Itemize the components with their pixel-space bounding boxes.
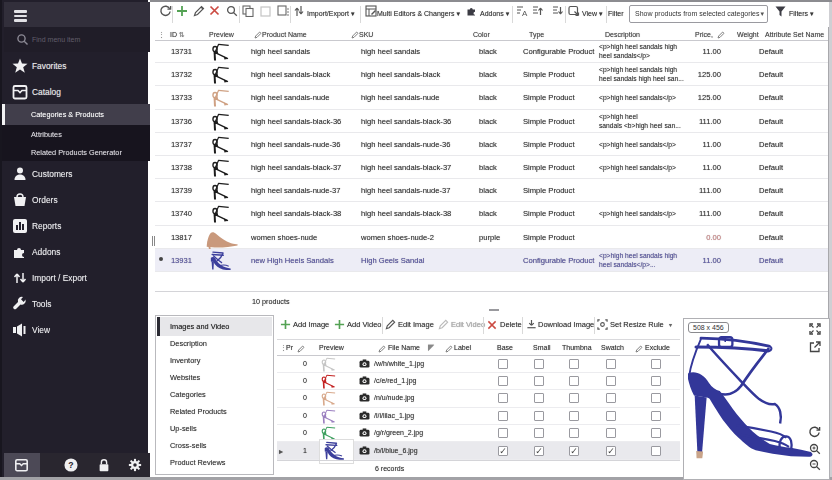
- svg-text:?: ?: [68, 460, 73, 470]
- svg-text:A: A: [522, 9, 528, 17]
